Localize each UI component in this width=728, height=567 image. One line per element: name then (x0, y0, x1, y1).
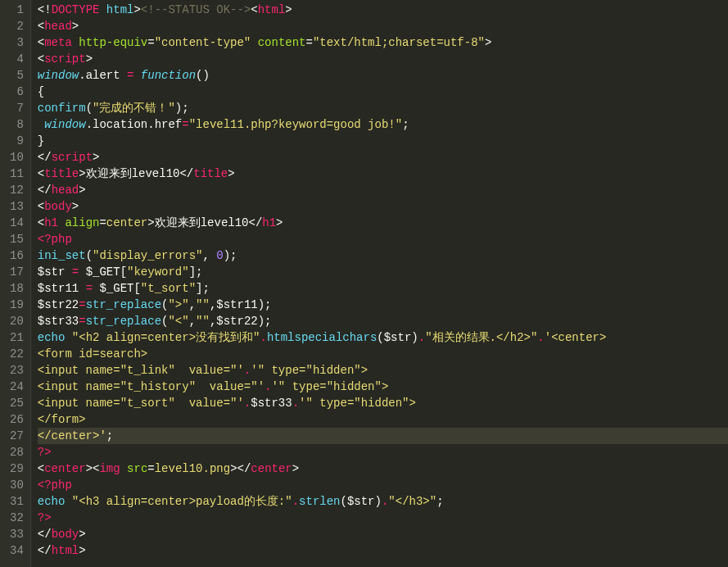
token: title (44, 167, 79, 180)
code-line[interactable]: <title>欢迎来到level10</title> (38, 166, 728, 182)
code-area[interactable]: <!DOCTYPE html><!--STATUS OK--><html><he… (31, 0, 728, 567)
line-number: 18 (10, 280, 24, 297)
code-line[interactable]: <input name="t_history" value="'.'" type… (38, 379, 728, 395)
token: http-equiv (79, 36, 147, 49)
code-line[interactable]: <script> (38, 51, 728, 67)
line-number: 14 (10, 215, 24, 231)
code-line[interactable]: <form id=search> (38, 346, 728, 362)
line-number: 27 (10, 428, 24, 444)
line-number: 10 (10, 149, 24, 166)
token: 0 (216, 249, 223, 262)
token: , (189, 315, 196, 328)
token: = (147, 36, 154, 49)
code-line[interactable]: $str22=str_replace(">","",$str11); (38, 297, 728, 313)
line-number: 19 (10, 297, 24, 313)
token: htmlspecialchars (267, 331, 377, 344)
token: < (38, 200, 44, 213)
code-line[interactable]: ?> (38, 444, 728, 460)
token: window (38, 69, 79, 82)
token: echo (38, 495, 66, 508)
code-line[interactable]: $str33=str_replace("<","",$str22); (38, 313, 728, 329)
token: = (72, 265, 79, 279)
code-line[interactable]: echo "<h2 align=center>没有找到和".htmlspecia… (38, 329, 728, 346)
code-editor[interactable]: 1234567891011121314151617181920212223242… (0, 0, 728, 567)
code-line[interactable]: </script> (38, 149, 728, 166)
code-line[interactable]: <head> (38, 18, 728, 34)
token (72, 36, 79, 49)
token: str_replace (86, 298, 161, 311)
token: ]; (196, 282, 210, 295)
code-line[interactable]: ini_set("display_errors", 0); (38, 247, 728, 264)
code-line[interactable]: window.alert = function() (38, 67, 728, 84)
token: meta (44, 36, 72, 49)
code-line[interactable]: { (38, 84, 728, 100)
token: $str33 (251, 397, 292, 410)
code-line[interactable]: <meta http-equiv="content-type" content=… (38, 34, 728, 51)
token: .alert (79, 69, 127, 82)
token: = (86, 282, 93, 295)
token: DOCTYPE (52, 3, 100, 16)
code-line[interactable]: </center>'; (38, 428, 728, 444)
code-line[interactable]: $str = $_GET["keyword"]; (38, 264, 728, 280)
code-line[interactable]: confirm("完成的不错！"); (38, 100, 728, 116)
token: ?> (38, 446, 52, 459)
code-line[interactable]: } (38, 133, 728, 149)
token: <form id=search> (38, 347, 147, 361)
token: script (52, 151, 93, 164)
token (65, 331, 71, 344)
code-line[interactable]: </head> (38, 182, 728, 198)
token: $str11 (38, 282, 86, 295)
token: html (258, 3, 286, 16)
code-line[interactable]: <?php (38, 477, 728, 493)
code-line[interactable]: <input name="t_sort" value="'.$str33.'" … (38, 395, 728, 411)
token: <?php (38, 479, 79, 492)
code-line[interactable]: <input name="t_link" value="'.'" type="h… (38, 362, 728, 379)
token: "text/html;charset=utf-8" (313, 36, 485, 49)
token: script (44, 52, 85, 66)
code-line[interactable]: echo "<h3 align=center>payload的长度:".strl… (38, 493, 728, 510)
line-number: 7 (10, 100, 24, 116)
token: "keyword" (127, 265, 189, 279)
token: <! (38, 3, 52, 16)
line-number: 17 (10, 264, 24, 280)
token: "display_errors" (93, 249, 202, 262)
line-number: 22 (10, 346, 24, 362)
token: '" type="hidden"> (251, 364, 368, 377)
token: img (99, 462, 120, 475)
code-line[interactable]: $str11 = $_GET["t_sort"]; (38, 280, 728, 297)
code-line[interactable]: <body> (38, 198, 728, 215)
code-line[interactable]: <?php (38, 231, 728, 247)
token: "t_sort" (141, 282, 196, 295)
token: title (193, 167, 228, 180)
line-number: 28 (10, 444, 24, 460)
line-number: 13 (10, 198, 24, 215)
token: ></ (230, 462, 251, 475)
token: . (537, 331, 544, 344)
code-line[interactable]: <!DOCTYPE html><!--STATUS OK--><html> (38, 2, 728, 18)
code-line[interactable]: <h1 align=center>欢迎来到level10</h1> (38, 215, 728, 231)
token: h1 (44, 216, 58, 229)
line-number: 26 (10, 411, 24, 428)
line-number: 24 (10, 379, 24, 395)
code-line[interactable]: </body> (38, 526, 728, 542)
code-line[interactable]: </form> (38, 411, 728, 428)
line-number: 5 (10, 67, 24, 84)
line-number: 33 (10, 526, 24, 542)
token: < (38, 36, 44, 49)
token: > (133, 3, 140, 16)
token: "" (196, 315, 210, 328)
token: str_replace (86, 315, 161, 328)
code-line[interactable]: ?> (38, 510, 728, 526)
code-line[interactable]: </html> (38, 542, 728, 559)
code-line[interactable]: window.location.href="level11.php?keywor… (38, 116, 728, 133)
token: ">" (168, 298, 188, 311)
token: "<" (168, 315, 188, 328)
token: , (202, 249, 216, 262)
token: ,$str11); (210, 298, 272, 311)
token: "相关的结果.</h2>" (425, 331, 537, 344)
code-line[interactable]: <center><img src=level10.png></center> (38, 460, 728, 477)
token: "" (196, 298, 210, 311)
token: = (147, 462, 154, 475)
token: align (65, 216, 99, 229)
token: '" type="hidden"> (299, 397, 416, 410)
